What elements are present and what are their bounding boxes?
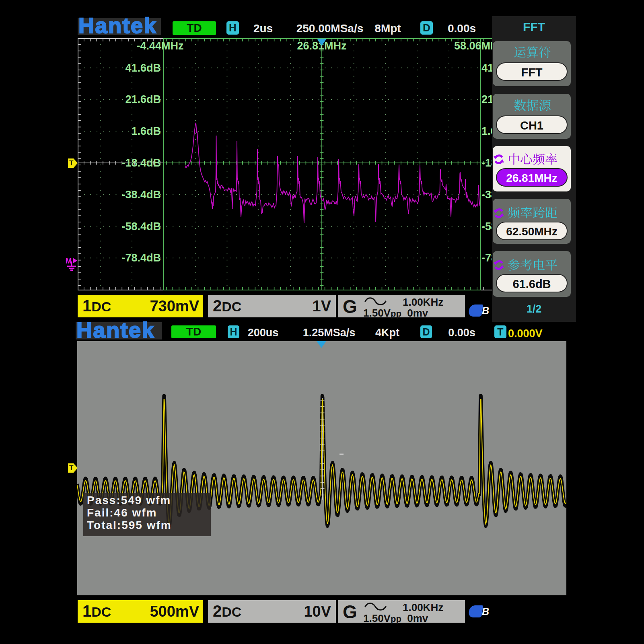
svg-text:-58.4dB: -58.4dB [121, 220, 161, 232]
svg-text:1.6dB: 1.6dB [131, 125, 161, 137]
svg-text:41.6dB: 41.6dB [125, 62, 161, 74]
svg-text:58.06MHz: 58.06MHz [454, 40, 492, 52]
svg-text:-78.4dB: -78.4dB [481, 252, 492, 264]
svg-text:-78.4dB: -78.4dB [121, 252, 161, 264]
svg-text:1.6dB: 1.6dB [481, 125, 492, 137]
svg-text:-18.4dB: -18.4dB [481, 157, 492, 169]
svg-text:21.6dB: 21.6dB [125, 93, 161, 105]
svg-text:21.6dB: 21.6dB [481, 93, 492, 105]
svg-text:-58.4dB: -58.4dB [481, 220, 492, 232]
svg-text:-18.4dB: -18.4dB [121, 157, 161, 169]
svg-text:-4.44MHz: -4.44MHz [136, 40, 183, 52]
svg-text:41.6dB: 41.6dB [481, 62, 492, 74]
svg-text:-38.4dB: -38.4dB [121, 189, 161, 201]
svg-text:M: M [66, 257, 72, 265]
svg-text:-38.4dB: -38.4dB [481, 189, 492, 201]
